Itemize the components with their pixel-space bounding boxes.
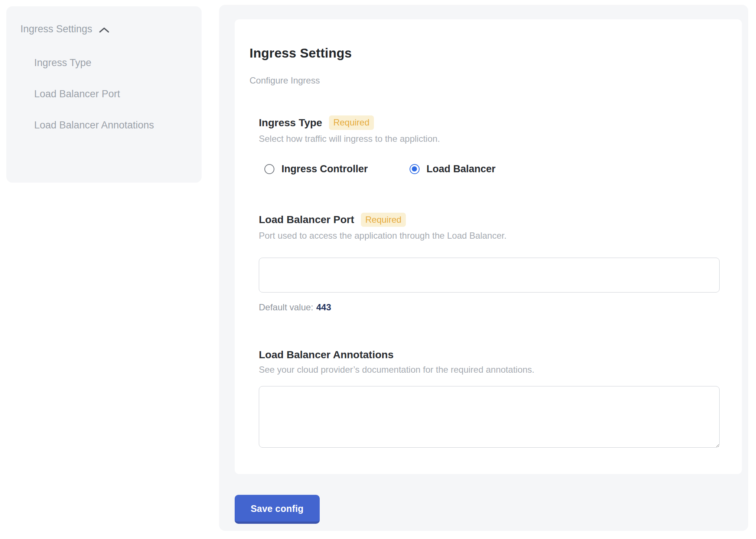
- section-lb-annotations-head: Load Balancer Annotations: [259, 349, 727, 361]
- default-value-number: 443: [316, 302, 331, 312]
- main-panel: Ingress Settings Configure Ingress Ingre…: [219, 5, 748, 531]
- section-lb-port-head: Load Balancer Port Required: [259, 213, 727, 227]
- sidebar-item-list: Ingress Type Load Balancer Port Load Bal…: [34, 52, 188, 136]
- section-heading-load-balancer-port: Load Balancer Port: [259, 214, 354, 226]
- section-description-ingress-type: Select how traffic will ingress to the a…: [259, 134, 727, 144]
- chevron-up-icon: [98, 26, 110, 34]
- page-title: Ingress Settings: [250, 46, 727, 61]
- section-ingress-type: Ingress Type Required Select how traffic…: [259, 115, 727, 174]
- required-badge: Required: [329, 115, 374, 130]
- default-value-label: Default value:: [259, 302, 313, 312]
- radio-label-ingress-controller: Ingress Controller: [281, 163, 368, 175]
- load-balancer-port-input[interactable]: [259, 258, 720, 293]
- section-description-load-balancer-annotations: See your cloud provider’s documentation …: [259, 365, 727, 375]
- radio-checked-icon: [410, 164, 420, 174]
- section-description-load-balancer-port: Port used to access the application thro…: [259, 231, 727, 241]
- radio-label-load-balancer: Load Balancer: [427, 163, 496, 175]
- radio-option-ingress-controller[interactable]: Ingress Controller: [264, 163, 368, 175]
- section-ingress-type-head: Ingress Type Required: [259, 115, 727, 130]
- settings-sidebar: Ingress Settings Ingress Type Load Balan…: [6, 6, 202, 183]
- sidebar-heading-ingress-settings[interactable]: Ingress Settings: [20, 23, 188, 35]
- save-config-button[interactable]: Save config: [235, 495, 320, 524]
- sidebar-item-load-balancer-annotations[interactable]: Load Balancer Annotations: [34, 114, 157, 136]
- page-subtitle: Configure Ingress: [250, 75, 727, 86]
- section-load-balancer-port: Load Balancer Port Required Port used to…: [259, 213, 727, 313]
- default-value-helper: Default value:443: [259, 302, 727, 313]
- ingress-settings-card: Ingress Settings Configure Ingress Ingre…: [235, 19, 742, 474]
- section-heading-load-balancer-annotations: Load Balancer Annotations: [259, 349, 394, 361]
- sidebar-item-load-balancer-port[interactable]: Load Balancer Port: [34, 83, 157, 105]
- sidebar-item-ingress-type[interactable]: Ingress Type: [34, 52, 157, 74]
- required-badge: Required: [361, 213, 406, 227]
- sidebar-heading-label: Ingress Settings: [20, 23, 92, 35]
- load-balancer-annotations-textarea[interactable]: [259, 386, 720, 448]
- section-load-balancer-annotations: Load Balancer Annotations See your cloud…: [259, 349, 727, 448]
- radio-option-load-balancer[interactable]: Load Balancer: [410, 163, 496, 175]
- radio-unchecked-icon: [264, 164, 274, 174]
- form-sections: Ingress Type Required Select how traffic…: [259, 115, 727, 448]
- ingress-type-radio-group: Ingress Controller Load Balancer: [259, 163, 727, 175]
- section-heading-ingress-type: Ingress Type: [259, 117, 322, 129]
